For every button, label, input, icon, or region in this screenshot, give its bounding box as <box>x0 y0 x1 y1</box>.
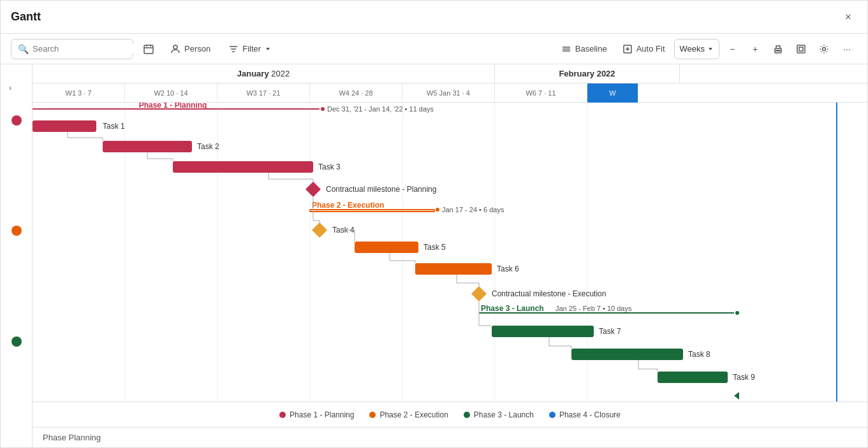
task1-bar[interactable] <box>33 120 96 132</box>
gantt-body: Phase 1 - Planning Dec 31, '21 - Jan 14,… <box>33 103 867 401</box>
main-area: › January 2022 February 2022 W1 3 · 7 <box>1 64 867 447</box>
legend: Phase 1 - Planning Phase 2 - Execution P… <box>33 401 867 427</box>
person-button[interactable]: Person <box>164 39 217 59</box>
week-row: W1 3 · 7 W2 10 · 14 W3 17 · 21 W4 24 · 2… <box>33 83 867 103</box>
close-button[interactable]: × <box>839 8 857 26</box>
task2-label: Task 2 <box>197 142 219 151</box>
svg-point-4 <box>173 45 177 49</box>
sidebar: › <box>1 64 33 447</box>
task8-bar[interactable] <box>571 349 683 360</box>
svg-marker-26 <box>734 392 739 400</box>
window-title: Gantt <box>11 10 41 24</box>
search-input[interactable] <box>33 44 140 54</box>
legend-label-phase2: Phase 2 - Execution <box>379 410 448 419</box>
phase-footer: Phase Planning <box>33 427 867 447</box>
more-button[interactable]: ··· <box>837 39 857 59</box>
autofit-label: Auto Fit <box>636 44 665 54</box>
person-label: Person <box>184 44 210 54</box>
today-line <box>836 103 837 401</box>
phase2-label: Phase 2 - Execution <box>312 201 384 210</box>
task5-label: Task 5 <box>423 243 446 252</box>
task6-label: Task 6 <box>497 264 519 273</box>
legend-phase1: Phase 1 - Planning <box>279 410 354 419</box>
task9-bar[interactable] <box>658 372 728 383</box>
week-w1: W1 3 · 7 <box>33 83 125 103</box>
header-right: × <box>839 8 857 26</box>
week-w2: W2 10 · 14 <box>125 83 217 103</box>
zoom-out-button[interactable]: − <box>722 39 742 59</box>
filter-button[interactable]: Filter <box>222 39 277 59</box>
baseline-label: Baseline <box>575 44 607 54</box>
toolbar-right: Baseline Auto Fit Weeks − + ··· <box>555 39 857 59</box>
app-window: Gantt × 🔍 Person Filter Baseline <box>0 0 868 448</box>
legend-phase2: Phase 2 - Execution <box>369 410 448 419</box>
print-button[interactable] <box>768 39 788 59</box>
legend-phase4: Phase 4 - Closure <box>549 410 621 419</box>
task5-bar[interactable] <box>355 242 418 253</box>
header: Gantt × <box>1 1 867 34</box>
month-january: January 2022 <box>33 64 495 83</box>
calendar-icon-btn[interactable] <box>138 39 159 59</box>
legend-dot-phase3 <box>464 412 470 418</box>
svg-point-12 <box>823 47 826 50</box>
toolbar: 🔍 Person Filter Baseline Auto Fit W <box>1 34 867 64</box>
legend-label-phase4: Phase 4 - Closure <box>559 410 621 419</box>
header-left: Gantt <box>11 10 41 24</box>
filter-label: Filter <box>242 44 261 54</box>
gantt-chart-area: January 2022 February 2022 W1 3 · 7 W2 1… <box>33 64 867 447</box>
week-w3: W3 17 · 21 <box>217 83 310 103</box>
search-box[interactable]: 🔍 <box>11 39 133 59</box>
svg-point-23 <box>436 208 439 212</box>
task6-bar[interactable] <box>415 263 492 275</box>
month-february: February 2022 <box>495 64 680 83</box>
phase3-dot <box>11 336 22 347</box>
svg-rect-11 <box>797 45 805 53</box>
phase1-detail: Dec 31, '21 - Jan 14, '22 • 11 days <box>327 105 434 113</box>
phase-planning-label: Phase Planning <box>43 433 101 442</box>
weeks-selector[interactable]: Weeks <box>674 39 720 59</box>
svg-point-25 <box>735 311 739 315</box>
svg-point-20 <box>321 107 325 111</box>
legend-label-phase3: Phase 3 - Launch <box>474 410 534 419</box>
week-w6: W6 7 · 11 <box>495 83 587 103</box>
task3-label: Task 3 <box>318 163 341 171</box>
month-row: January 2022 February 2022 <box>33 64 867 83</box>
week-w4: W4 24 · 28 <box>310 83 402 103</box>
zoom-in-button[interactable]: + <box>745 39 765 59</box>
fit-button[interactable] <box>791 39 811 59</box>
settings-button[interactable] <box>814 39 834 59</box>
phase1-label: Phase 1 - Planning <box>139 103 207 110</box>
legend-dot-phase1 <box>279 412 286 418</box>
baseline-button[interactable]: Baseline <box>555 39 614 59</box>
autofit-button[interactable]: Auto Fit <box>616 39 672 59</box>
milestone1-label: Contractual milestone - Planning <box>326 185 436 194</box>
legend-label-phase1: Phase 1 - Planning <box>290 410 354 419</box>
week-w7: W <box>587 83 638 103</box>
task3-bar[interactable] <box>173 161 313 173</box>
sidebar-arrow[interactable]: › <box>9 83 11 92</box>
svg-rect-0 <box>144 45 153 54</box>
phase2-dot <box>11 226 22 236</box>
search-icon: 🔍 <box>18 44 29 54</box>
week-w5: W5 Jan 31 · 4 <box>402 83 495 103</box>
task1-label: Task 1 <box>103 122 125 131</box>
svg-rect-10 <box>776 50 780 51</box>
legend-dot-phase4 <box>549 412 555 418</box>
task7-label: Task 7 <box>599 327 621 336</box>
task7-bar[interactable] <box>492 326 594 337</box>
milestone2-label: Contractual milestone - Execution <box>492 289 606 298</box>
milestone1-diamond <box>305 182 321 197</box>
task2-bar[interactable] <box>103 141 192 152</box>
timeline-header: January 2022 February 2022 W1 3 · 7 W2 1… <box>33 64 867 103</box>
task9-label: Task 9 <box>733 373 755 382</box>
legend-phase3: Phase 3 - Launch <box>464 410 534 419</box>
task4-diamond <box>312 222 327 238</box>
task8-label: Task 8 <box>688 350 710 359</box>
weeks-label: Weeks <box>680 44 705 54</box>
phase1-dot <box>11 115 22 126</box>
phase3-detail: Jan 25 - Feb 7 • 10 days <box>555 305 632 312</box>
phase2-detail: Jan 17 - 24 • 6 days <box>442 206 504 213</box>
milestone2-diamond <box>471 286 487 301</box>
legend-dot-phase2 <box>369 412 376 418</box>
phase3-label: Phase 3 - Launch <box>481 304 544 313</box>
